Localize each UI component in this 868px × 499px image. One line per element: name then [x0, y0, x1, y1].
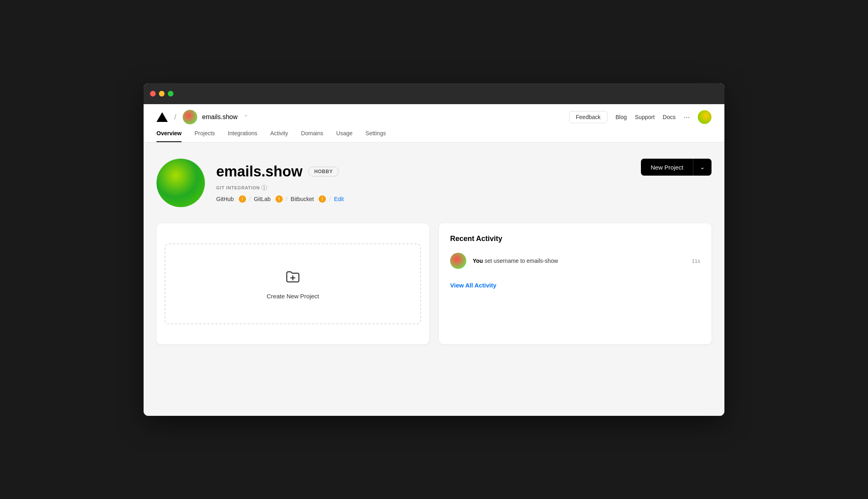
activity-title: Recent Activity [450, 235, 700, 243]
traffic-lights [150, 91, 173, 96]
git-providers: GitHub ! / GitLab ! / Bitbucket ! / Edit [216, 195, 344, 203]
gitlab-warning-icon: ! [275, 195, 283, 203]
main-content: emails.show HOBBY GIT INTEGRATION i GitH… [144, 143, 724, 416]
profile-info: emails.show HOBBY GIT INTEGRATION i GitH… [216, 163, 344, 203]
nav-activity[interactable]: Activity [270, 130, 288, 142]
folder-plus-icon [285, 268, 301, 286]
header: / emails.show ⌃ Feedback Blog Support Do… [144, 104, 724, 143]
close-button[interactable] [150, 91, 156, 96]
nav-overview[interactable]: Overview [156, 130, 182, 142]
nav-domains[interactable]: Domains [301, 130, 323, 142]
profile-section: emails.show HOBBY GIT INTEGRATION i GitH… [156, 159, 712, 207]
header-left: / emails.show ⌃ [156, 110, 248, 124]
new-project-chevron-icon[interactable]: ⌄ [693, 159, 712, 176]
nav-settings[interactable]: Settings [365, 130, 386, 142]
activity-user-avatar [450, 253, 466, 269]
github-label: GitHub [216, 196, 234, 202]
profile-name: emails.show [216, 163, 303, 180]
nav-projects[interactable]: Projects [194, 130, 215, 142]
activity-item: You set username to emails-show 11s [450, 253, 700, 269]
header-right: Feedback Blog Support Docs ··· [569, 110, 712, 124]
org-name[interactable]: emails.show [202, 113, 238, 121]
profile-name-row: emails.show HOBBY [216, 163, 344, 180]
info-icon[interactable]: i [261, 185, 267, 191]
user-avatar[interactable] [698, 110, 712, 124]
nav-usage[interactable]: Usage [336, 130, 353, 142]
create-project-card: Create New Project [156, 223, 429, 344]
main-grid: Create New Project Recent Activity You s… [156, 223, 712, 344]
edit-git-link[interactable]: Edit [334, 196, 344, 202]
activity-time: 11s [692, 258, 700, 264]
git-integration-label: GIT INTEGRATION i [216, 185, 344, 191]
more-menu-button[interactable]: ··· [684, 113, 690, 122]
support-link[interactable]: Support [635, 114, 655, 120]
feedback-button[interactable]: Feedback [569, 111, 607, 123]
activity-actor: You [473, 258, 483, 264]
vercel-logo-icon[interactable] [156, 112, 168, 122]
main-nav: Overview Projects Integrations Activity … [144, 130, 724, 142]
bitbucket-label: Bitbucket [291, 196, 314, 202]
blog-link[interactable]: Blog [616, 114, 627, 120]
new-project-label: New Project [641, 159, 693, 176]
activity-action: set username to emails-show [484, 258, 558, 264]
nav-integrations[interactable]: Integrations [228, 130, 257, 142]
org-avatar[interactable] [183, 110, 197, 124]
chevron-down-icon[interactable]: ⌃ [244, 114, 248, 120]
breadcrumb-separator: / [174, 113, 176, 122]
maximize-button[interactable] [168, 91, 173, 96]
minimize-button[interactable] [159, 91, 165, 96]
activity-description: You set username to emails-show [473, 258, 685, 264]
app-window: / emails.show ⌃ Feedback Blog Support Do… [144, 83, 724, 416]
header-top: / emails.show ⌃ Feedback Blog Support Do… [144, 104, 724, 130]
profile-left: emails.show HOBBY GIT INTEGRATION i GitH… [156, 159, 344, 207]
gitlab-label: GitLab [254, 196, 270, 202]
create-project-dashed-area[interactable]: Create New Project [165, 243, 421, 324]
activity-card: Recent Activity You set username to emai… [439, 223, 712, 344]
new-project-button[interactable]: New Project ⌄ [641, 159, 712, 176]
github-warning-icon: ! [239, 195, 246, 203]
docs-link[interactable]: Docs [663, 114, 676, 120]
profile-avatar [156, 159, 205, 207]
titlebar [144, 83, 724, 104]
view-all-activity-link[interactable]: View All Activity [450, 282, 497, 289]
bitbucket-warning-icon: ! [319, 195, 326, 203]
hobby-badge: HOBBY [308, 167, 339, 176]
create-project-label: Create New Project [267, 293, 319, 300]
